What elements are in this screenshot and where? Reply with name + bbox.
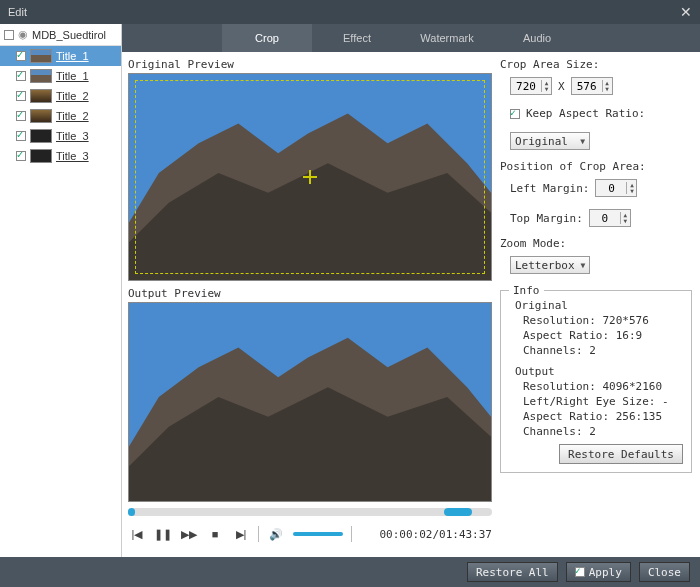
- next-icon[interactable]: ▶|: [232, 525, 250, 543]
- item-checkbox[interactable]: [16, 111, 26, 121]
- spinner-arrows4[interactable]: ▲▼: [620, 212, 630, 224]
- sidebar-item[interactable]: Title_1: [0, 46, 121, 66]
- main: ◉ MDB_Suedtirol Title_1Title_1Title_2Tit…: [0, 24, 700, 557]
- content: CropEffectWatermarkAudio Original Previe…: [122, 24, 700, 557]
- thumbnail: [30, 69, 52, 83]
- tab-watermark[interactable]: Watermark: [402, 24, 492, 52]
- restore-defaults-button[interactable]: Restore Defaults: [559, 444, 683, 464]
- crop-center-icon[interactable]: [303, 170, 317, 184]
- divider: [258, 526, 259, 542]
- sidebar-item[interactable]: Title_3: [0, 126, 121, 146]
- item-label: Title_2: [56, 110, 89, 122]
- original-preview[interactable]: [128, 73, 492, 281]
- item-checkbox[interactable]: [16, 51, 26, 61]
- sidebar: ◉ MDB_Suedtirol Title_1Title_1Title_2Tit…: [0, 24, 122, 557]
- keep-ratio-label: Keep Aspect Ratio:: [526, 107, 645, 120]
- sidebar-item[interactable]: Title_2: [0, 106, 121, 126]
- info-out-ch: Channels: 2: [523, 425, 683, 438]
- info-orig-res: Resolution: 720*576: [523, 314, 683, 327]
- root-checkbox[interactable]: [4, 30, 14, 40]
- preview-image-out: [129, 303, 491, 501]
- ff-icon[interactable]: ▶▶: [180, 525, 198, 543]
- item-checkbox[interactable]: [16, 131, 26, 141]
- thumbnail: [30, 149, 52, 163]
- thumbnail: [30, 109, 52, 123]
- info-box: Info Original Resolution: 720*576 Aspect…: [500, 290, 692, 473]
- crop-size-label: Crop Area Size:: [500, 58, 692, 71]
- close-icon[interactable]: ✕: [680, 4, 692, 20]
- item-checkbox[interactable]: [16, 71, 26, 81]
- disc-icon: ◉: [18, 28, 28, 41]
- info-legend: Info: [509, 284, 544, 297]
- sidebar-root[interactable]: ◉ MDB_Suedtirol: [0, 24, 121, 46]
- apply-button[interactable]: Apply: [566, 562, 631, 582]
- spinner-arrows[interactable]: ▲▼: [541, 80, 551, 92]
- previews: Original Preview Output Preview: [128, 58, 492, 553]
- item-checkbox[interactable]: [16, 91, 26, 101]
- info-out-ar: Aspect Ratio: 256:135: [523, 410, 683, 423]
- item-checkbox[interactable]: [16, 151, 26, 161]
- zoom-label: Zoom Mode:: [500, 237, 692, 250]
- crop-width-input[interactable]: ▲▼: [510, 77, 552, 95]
- x-sep: X: [558, 80, 565, 93]
- left-margin-row: Left Margin: ▲▼: [510, 179, 692, 197]
- info-out-eye: Left/Right Eye Size: -: [523, 395, 683, 408]
- keep-ratio-row: Keep Aspect Ratio:: [510, 107, 692, 120]
- body: Original Preview Output Preview: [122, 52, 700, 557]
- info-orig-h: Original: [515, 299, 683, 312]
- crop-width-field[interactable]: [511, 80, 541, 93]
- zoom-select[interactable]: Letterbox ▼: [510, 256, 590, 274]
- volume-slider[interactable]: [293, 532, 343, 536]
- item-label: Title_2: [56, 90, 89, 102]
- sidebar-item[interactable]: Title_1: [0, 66, 121, 86]
- playback-controls: |◀ ❚❚ ▶▶ ■ ▶| 🔊 00:00:02/01:43:37: [128, 522, 492, 546]
- tabs: CropEffectWatermarkAudio: [122, 24, 700, 52]
- info-orig-ch: Channels: 2: [523, 344, 683, 357]
- restore-all-button[interactable]: Restore All: [467, 562, 558, 582]
- tab-crop[interactable]: Crop: [222, 24, 312, 52]
- pause-icon[interactable]: ❚❚: [154, 525, 172, 543]
- sidebar-item[interactable]: Title_2: [0, 86, 121, 106]
- item-label: Title_1: [56, 50, 89, 62]
- top-margin-field[interactable]: [590, 212, 620, 225]
- apply-check-icon: [575, 567, 585, 577]
- close-button[interactable]: Close: [639, 562, 690, 582]
- footer: Restore All Apply Close: [0, 557, 700, 587]
- tab-audio[interactable]: Audio: [492, 24, 582, 52]
- item-label: Title_1: [56, 70, 89, 82]
- scrubber-end: [444, 508, 472, 516]
- ratio-select-value: Original: [515, 135, 568, 148]
- apply-label: Apply: [589, 566, 622, 579]
- titlebar: Edit ✕: [0, 0, 700, 24]
- spinner-arrows2[interactable]: ▲▼: [602, 80, 612, 92]
- volume-icon[interactable]: 🔊: [267, 525, 285, 543]
- crop-size-row: ▲▼ X ▲▼: [510, 77, 692, 95]
- item-label: Title_3: [56, 130, 89, 142]
- divider2: [351, 526, 352, 542]
- sidebar-item[interactable]: Title_3: [0, 146, 121, 166]
- scrubber[interactable]: [128, 508, 492, 516]
- chevron-down-icon: ▼: [580, 137, 585, 146]
- keep-ratio-checkbox[interactable]: [510, 109, 520, 119]
- tab-effect[interactable]: Effect: [312, 24, 402, 52]
- thumbnail: [30, 129, 52, 143]
- crop-height-input[interactable]: ▲▼: [571, 77, 613, 95]
- left-margin-input[interactable]: ▲▼: [595, 179, 637, 197]
- zoom-row: Letterbox ▼: [510, 256, 692, 274]
- left-margin-field[interactable]: [596, 182, 626, 195]
- ratio-select[interactable]: Original ▼: [510, 132, 590, 150]
- time-display: 00:00:02/01:43:37: [379, 528, 492, 541]
- stop-icon[interactable]: ■: [206, 525, 224, 543]
- info-orig-ar: Aspect Ratio: 16:9: [523, 329, 683, 342]
- prev-icon[interactable]: |◀: [128, 525, 146, 543]
- orig-label: Original Preview: [128, 58, 492, 71]
- crop-height-field[interactable]: [572, 80, 602, 93]
- thumbnail: [30, 49, 52, 63]
- info-out-res: Resolution: 4096*2160: [523, 380, 683, 393]
- info-out-h: Output: [515, 365, 683, 378]
- window-title: Edit: [8, 6, 27, 18]
- right-panel: Crop Area Size: ▲▼ X ▲▼ Keep Aspect Rati…: [500, 58, 692, 553]
- item-label: Title_3: [56, 150, 89, 162]
- spinner-arrows3[interactable]: ▲▼: [626, 182, 636, 194]
- top-margin-input[interactable]: ▲▼: [589, 209, 631, 227]
